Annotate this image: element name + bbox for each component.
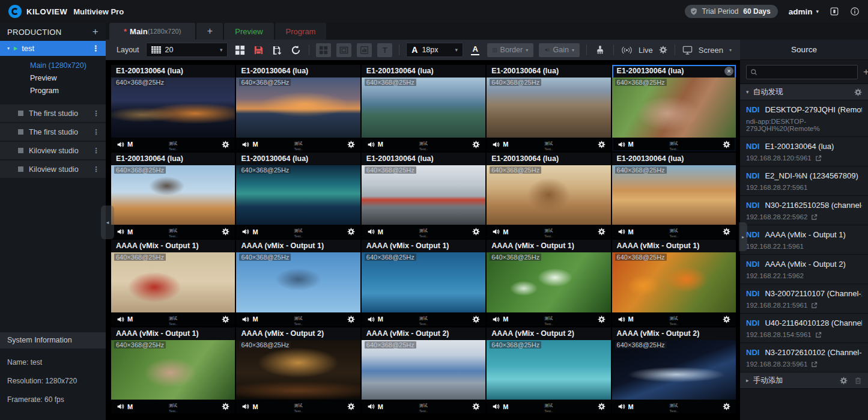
window-arrange-button[interactable] (233, 43, 246, 57)
add-source-button[interactable]: + (863, 67, 868, 77)
tile-settings-gear-icon[interactable] (222, 141, 229, 148)
production-item-test[interactable]: ▾ ▶ test ⋮ (0, 41, 106, 56)
sidebar-collapse-handle[interactable]: ◂ (101, 205, 114, 239)
speaker-mute-icon[interactable] (618, 315, 625, 323)
speaker-mute-icon[interactable] (492, 315, 500, 323)
video-tile[interactable]: AAAA (vMix - Output 2) 640×368@25Hz M 测试… (236, 327, 360, 414)
tile-video[interactable]: 640×368@25Hz (111, 78, 235, 138)
speaker-mute-icon[interactable] (492, 403, 500, 410)
chevron-down-icon[interactable]: ▾ (7, 46, 10, 51)
tab-program[interactable]: Program (275, 23, 327, 40)
video-tile[interactable]: AAAA (vMix - Output 1) 640×368@25Hz M 测试… (612, 240, 736, 326)
speaker-mute-icon[interactable] (618, 403, 625, 410)
tile-settings-gear-icon[interactable] (222, 228, 229, 236)
gain-dropdown-button[interactable]: Gain ▾ (539, 43, 580, 57)
delete-trash-icon[interactable] (854, 377, 862, 385)
speaker-mute-icon[interactable] (117, 228, 124, 236)
tile-settings-gear-icon[interactable] (723, 141, 730, 148)
production-subnav-item[interactable]: Main (1280x720) (0, 59, 106, 72)
font-size-select[interactable]: A 18px ▾ (406, 43, 463, 57)
studio-list-item[interactable]: Kiloview studio ⋮ (0, 142, 106, 159)
speaker-mute-icon[interactable] (618, 228, 625, 236)
tile-video[interactable]: 640×368@25Hz (612, 252, 736, 312)
tile-video[interactable]: 640×368@25Hz (236, 252, 360, 312)
speaker-mute-icon[interactable] (117, 141, 124, 148)
split-window-button[interactable] (316, 43, 331, 57)
video-tile[interactable]: AAAA (vMix - Output 2) 640×368@25Hz M 测试… (612, 327, 736, 414)
external-link-icon[interactable] (815, 332, 822, 338)
tile-settings-gear-icon[interactable] (598, 141, 605, 148)
video-tile[interactable]: E1-200130064 (lua) 640×368@25Hz M 测试 Tes… (111, 65, 235, 151)
external-link-icon[interactable] (811, 302, 818, 309)
video-tile[interactable]: E1-200130064 (lua) 640×368@25Hz M 测试 Tes… (612, 65, 736, 151)
save-button[interactable] (252, 43, 265, 57)
user-menu[interactable]: admin ▾ (789, 7, 819, 16)
external-link-icon[interactable] (815, 155, 822, 162)
tile-settings-gear-icon[interactable] (598, 228, 605, 236)
video-tile[interactable]: AAAA (vMix - Output 1) 640×368@25Hz M 测试… (111, 327, 235, 414)
video-tile[interactable]: E1-200130064 (lua) 640×368@25Hz M 测试 Tes… (236, 65, 360, 151)
video-tile[interactable]: E1-200130064 (lua) 640×368@25Hz M 测试 Tes… (362, 65, 485, 151)
production-subnav-item[interactable]: Program (0, 85, 106, 97)
font-color-button[interactable]: A (469, 43, 482, 57)
speaker-mute-icon[interactable] (241, 315, 249, 323)
video-tile[interactable]: AAAA (vMix - Output 1) 640×368@25Hz M 测试… (487, 240, 610, 326)
source-list-item[interactable]: NDI E2_NDI-%N (1234567809) 192.168.28.27… (740, 166, 868, 196)
speaker-mute-icon[interactable] (241, 403, 249, 410)
video-tile[interactable]: AAAA (vMix - Output 1) 640×368@25Hz M 测试… (236, 240, 360, 326)
source-panel-collapse-handle[interactable]: ▸ (739, 222, 747, 251)
tab-main[interactable]: * Main (1280x720) (109, 23, 195, 40)
speaker-mute-icon[interactable] (367, 403, 375, 410)
speaker-mute-icon[interactable] (117, 315, 124, 323)
video-tile[interactable]: E1-200130064 (lua) 640×368@25Hz M 测试 Tes… (612, 153, 736, 239)
screen-lock-button[interactable] (830, 7, 839, 16)
video-tile[interactable]: E1-200130064 (lua) 640×368@25Hz M 测试 Tes… (362, 153, 485, 239)
border-dropdown-button[interactable]: Border ▾ (487, 43, 533, 57)
info-button[interactable] (850, 7, 860, 16)
studio-list-item[interactable]: The first studio ⋮ (0, 105, 106, 122)
source-list-item[interactable]: NDI AAAA (vMix - Output 1) 192.168.22.1:… (740, 225, 868, 255)
audio-meter-button[interactable] (357, 43, 372, 57)
video-tile[interactable]: AAAA (vMix - Output 2) 640×368@25Hz M 测试… (487, 327, 610, 414)
tile-video[interactable]: 640×368@25Hz (362, 165, 485, 225)
tile-settings-gear-icon[interactable] (723, 403, 730, 410)
tile-video[interactable]: 640×368@25Hz (111, 340, 235, 400)
add-production-button[interactable]: + (93, 26, 99, 38)
video-tile[interactable]: E1-200130064 (lua) 640×368@25Hz M 测试 Tes… (236, 153, 360, 239)
screen-label[interactable]: Screen (699, 46, 723, 55)
speaker-mute-icon[interactable] (367, 228, 375, 236)
video-tile[interactable]: AAAA (vMix - Output 1) 640×368@25Hz M 测试… (362, 240, 485, 326)
source-list-item[interactable]: NDI N3-20072110107 (Channel-1) 192.168.2… (740, 284, 868, 314)
studio-list-item[interactable]: The first studio ⋮ (0, 123, 106, 141)
tile-video[interactable]: 640×368@25Hz (236, 78, 360, 138)
source-list-item[interactable]: NDI N3-21072610102 (Channel-1) 192.168.2… (740, 343, 868, 373)
tile-video[interactable]: 640×368@25Hz (612, 165, 736, 225)
tile-settings-gear-icon[interactable] (347, 315, 355, 323)
speaker-mute-icon[interactable] (241, 228, 249, 236)
tile-settings-gear-icon[interactable] (598, 403, 605, 410)
refresh-button[interactable] (289, 43, 302, 57)
tile-video[interactable]: 640×368@25Hz (362, 78, 485, 138)
source-searchbox[interactable] (746, 65, 858, 79)
text-overlay-button[interactable]: T (377, 43, 392, 57)
kebab-menu-icon[interactable]: ⋮ (93, 147, 100, 155)
tile-settings-gear-icon[interactable] (347, 403, 355, 410)
tile-settings-gear-icon[interactable] (598, 315, 605, 323)
speaker-mute-icon[interactable] (618, 141, 625, 148)
source-search-input[interactable] (760, 68, 854, 76)
video-tile[interactable]: AAAA (vMix - Output 2) 640×368@25Hz M 测试… (362, 327, 485, 414)
manual-add-group-header[interactable]: ▸ 手动添加 (740, 373, 868, 389)
source-list-item[interactable]: NDI E1-200130064 (lua) 192.168.28.120:59… (740, 137, 868, 166)
source-list-item[interactable]: NDI N30-21162510258 (channel-1) 192.168.… (740, 196, 868, 225)
tile-video[interactable]: 640×368@25Hz (612, 78, 736, 138)
tab-preview[interactable]: Preview (224, 23, 273, 40)
tile-settings-gear-icon[interactable] (222, 315, 229, 323)
auto-discovery-group-header[interactable]: ▾ 自动发现 (740, 84, 868, 100)
tile-settings-gear-icon[interactable] (723, 315, 730, 323)
video-tile[interactable]: AAAA (vMix - Output 1) 640×368@25Hz M 测试… (111, 240, 235, 326)
speaker-mute-icon[interactable] (367, 141, 375, 148)
live-settings-gear-icon[interactable] (659, 46, 667, 54)
source-list-item[interactable]: NDI AAAA (vMix - Output 2) 192.168.22.1:… (740, 255, 868, 284)
tile-settings-gear-icon[interactable] (347, 228, 355, 236)
tile-close-button[interactable]: × (724, 67, 733, 76)
